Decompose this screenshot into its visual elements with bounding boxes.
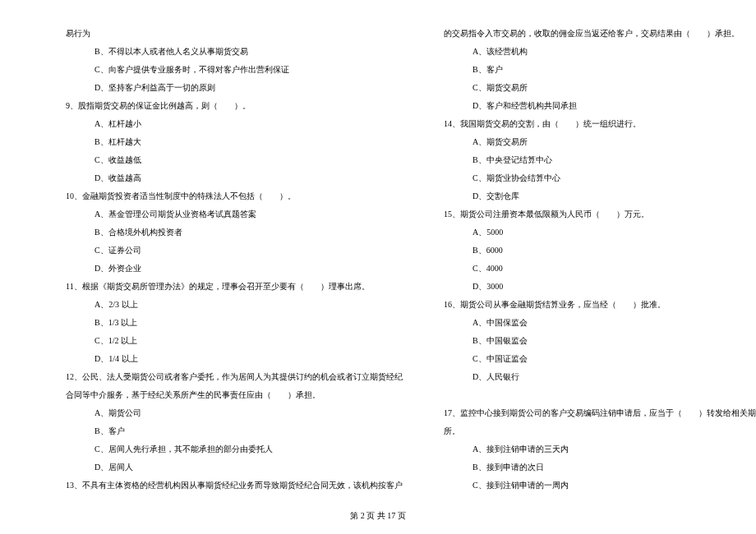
option-line: C、4000: [444, 260, 756, 278]
question-line: 9、股指期货交易的保证金比例越高，则（ ）。: [66, 97, 403, 115]
question-line: 14、我国期货交易的交割，由（ ）统一组织进行。: [444, 115, 756, 133]
option-line: A、2/3 以上: [66, 296, 403, 314]
option-line: D、客户和经营机构共同承担: [444, 97, 756, 115]
option-line: B、6000: [444, 242, 756, 260]
option-line: A、接到注销申请的三天内: [444, 440, 756, 458]
option-line: C、期货交易所: [444, 79, 756, 97]
option-line: B、接到申请的次日: [444, 458, 756, 476]
option-line: C、证券公司: [66, 242, 403, 260]
question-line: 13、不具有主体资格的经营机构因从事期货经纪业务而导致期货经纪合同无效，该机构按…: [66, 476, 403, 495]
option-line: D、交割仓库: [444, 187, 756, 205]
question-line: 15、期货公司注册资本最低限额为人民币（ ）万元。: [444, 205, 756, 223]
option-line: C、期货业协会结算中心: [444, 169, 756, 187]
option-line: B、中央登记结算中心: [444, 151, 756, 169]
option-line: D、外资企业: [66, 260, 403, 278]
option-line: A、基金管理公司期货从业资格考试真题答案: [66, 205, 403, 223]
option-line: D、3000: [444, 278, 756, 296]
option-line: B、客户: [444, 61, 756, 79]
option-line: A、杠杆越小: [66, 115, 403, 133]
option-line: D、居间人: [66, 458, 403, 476]
page-footer: 第 2 页 共 17 页: [0, 510, 756, 522]
option-line: D、1/4 以上: [66, 350, 403, 368]
question-line: 11、根据《期货交易所管理办法》的规定，理事会召开至少要有（ ）理事出席。: [66, 278, 403, 296]
option-line: B、中国银监会: [444, 332, 756, 350]
option-line: A、期货交易所: [444, 133, 756, 151]
option-line: A、期货公司: [66, 404, 403, 422]
option-line: A、5000: [444, 223, 756, 242]
option-line: B、客户: [66, 422, 403, 440]
option-line: C、1/2 以上: [66, 332, 403, 350]
right-column: 的交易指令入市交易的，收取的佣金应当返还给客户，交易结果由（ ）承担。A、该经营…: [444, 25, 756, 485]
option-line: C、居间人先行承担，其不能承担的部分由委托人: [66, 440, 403, 458]
question-line: 17、监控中心接到期货公司的客户交易编码注销申请后，应当于（ ）转发给相关期货交…: [444, 404, 756, 422]
option-line: C、接到注销申请的一周内: [444, 476, 756, 495]
question-line: 易行为: [66, 25, 403, 43]
question-line: 的交易指令入市交易的，收取的佣金应当返还给客户，交易结果由（ ）承担。: [444, 25, 756, 43]
option-line: D、人民银行: [444, 368, 756, 386]
option-line: C、向客户提供专业服务时，不得对客户作出营利保证: [66, 61, 403, 79]
option-line: C、收益越低: [66, 151, 403, 169]
question-line: 所。: [444, 422, 756, 440]
option-line: D、收益越高: [66, 169, 403, 187]
page-columns: 易行为B、不得以本人或者他人名义从事期货交易C、向客户提供专业服务时，不得对客户…: [66, 25, 707, 485]
question-line: 12、公民、法人受期货公司或者客户委托，作为居间人为其提供订约的机会或者订立期货…: [66, 368, 403, 386]
option-line: D、坚持客户利益高于一切的原则: [66, 79, 403, 97]
option-line: B、不得以本人或者他人名义从事期货交易: [66, 43, 403, 61]
question-line: 合同等中介服务，基于经纪关系所产生的民事责任应由（ ）承担。: [66, 386, 403, 404]
option-line: B、合格境外机构投资者: [66, 223, 403, 242]
question-line: 16、期货公司从事金融期货结算业务，应当经（ ）批准。: [444, 296, 756, 314]
left-column: 易行为B、不得以本人或者他人名义从事期货交易C、向客户提供专业服务时，不得对客户…: [66, 25, 403, 485]
option-line: A、该经营机构: [444, 43, 756, 61]
option-line: C、中国证监会: [444, 350, 756, 368]
option-line: B、1/3 以上: [66, 314, 403, 332]
option-line: A、中国保监会: [444, 314, 756, 332]
question-line: 10、金融期货投资者适当性制度中的特殊法人不包括（ ）。: [66, 187, 403, 205]
option-line: B、杠杆越大: [66, 133, 403, 151]
question-line: [444, 386, 756, 404]
